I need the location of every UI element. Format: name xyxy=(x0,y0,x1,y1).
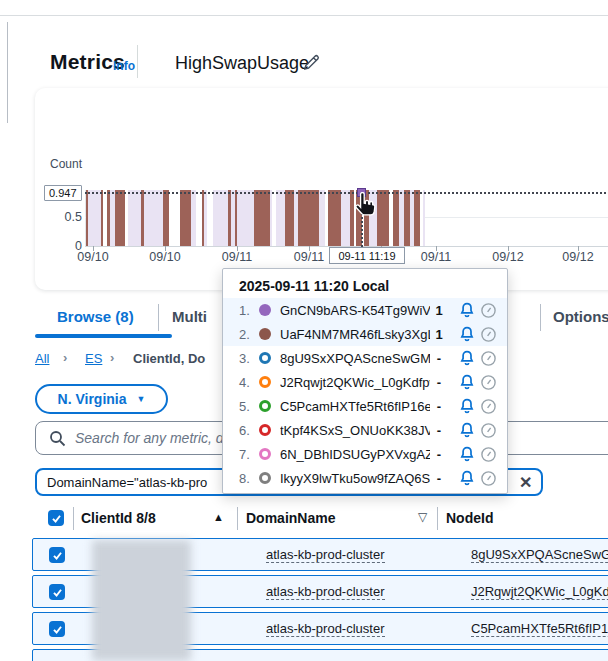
gauge-icon[interactable] xyxy=(480,398,497,415)
series-value: - xyxy=(430,471,448,486)
gauge-icon[interactable] xyxy=(480,302,497,319)
nodeid-cell-link[interactable]: C5PcamHXTfe5Rt6fIP16eA xyxy=(471,621,608,637)
select-all-checkbox[interactable] xyxy=(48,510,64,526)
breadcrumb-all[interactable]: All xyxy=(35,351,49,366)
tooltip-series-row[interactable]: 7.6N_DBhIDSUGyPXVxgAZLvg- xyxy=(223,442,507,466)
tooltip-series-row[interactable]: 1.GnCN9bARS-K54Tg9WiV5-g1 xyxy=(223,298,507,322)
row-checkbox[interactable] xyxy=(49,547,65,563)
chevron-down-icon: ▼ xyxy=(137,394,146,404)
create-alarm-bell-icon[interactable] xyxy=(459,350,475,366)
create-alarm-bell-icon[interactable] xyxy=(459,422,475,438)
series-index: 4. xyxy=(239,375,259,390)
gauge-icon[interactable] xyxy=(480,350,497,367)
tab-multi[interactable]: Multi xyxy=(172,308,207,325)
create-alarm-bell-icon[interactable] xyxy=(459,302,475,318)
x-tick-label: 09/10 xyxy=(71,250,115,264)
tooltip-series-row[interactable]: 2.UaF4NM7MR46fLsky3XgLMw1 xyxy=(223,322,507,346)
region-selector-button[interactable]: N. Virginia ▼ xyxy=(35,384,168,414)
left-panel-edge xyxy=(7,22,8,123)
series-value: - xyxy=(430,423,448,438)
series-name: C5PcamHXTfe5Rt6fIP16eA xyxy=(280,399,430,414)
breadcrumb-es[interactable]: ES xyxy=(85,351,102,366)
create-alarm-bell-icon[interactable] xyxy=(459,446,475,462)
row-checkbox[interactable] xyxy=(49,584,65,600)
nodeid-cell-link[interactable]: J2Rqwjt2QKWic_L0gKdfpw xyxy=(471,584,608,600)
tooltip-series-row[interactable]: 5.C5PcamHXTfe5Rt6fIP16eA- xyxy=(223,394,507,418)
hover-horizontal-guideline xyxy=(85,192,606,194)
column-header-nodeid[interactable]: NodeId xyxy=(446,510,493,526)
header-col-divider xyxy=(237,507,238,530)
x-tick-label: 09/11 xyxy=(414,250,458,264)
domainname-cell-link[interactable]: atlas-kb-prod-cluster xyxy=(266,547,385,563)
filter-token-text: DomainName="atlas-kb-pro xyxy=(47,475,207,490)
sort-descending-icon[interactable]: ▽ xyxy=(418,510,427,524)
x-tick-label: 09/11 xyxy=(287,250,331,264)
region-selector-label: N. Virginia xyxy=(58,391,127,407)
breadcrumb-current: ClientId, Do xyxy=(133,351,205,366)
area-fill xyxy=(423,190,425,246)
domainname-cell-link[interactable]: atlas-kb-prod-cluster xyxy=(266,621,385,637)
tab-options[interactable]: Options xyxy=(553,308,608,325)
create-alarm-bell-icon[interactable] xyxy=(459,326,475,342)
series-value: - xyxy=(430,399,448,414)
edit-pencil-icon[interactable] xyxy=(302,54,320,76)
series-name: 6N_DBhIDSUGyPXVxgAZLvg xyxy=(280,447,430,462)
row-checkbox[interactable] xyxy=(49,621,65,637)
series-name: UaF4NM7MR46fLsky3XgLMw xyxy=(280,327,430,342)
hover-time-label: 09-11 11:19 xyxy=(329,247,405,264)
y-tick-0-5: 0.5 xyxy=(44,210,82,224)
info-link[interactable]: Info xyxy=(113,59,135,73)
x-tick-label: 09/12 xyxy=(486,250,530,264)
tooltip-series-row[interactable]: 6.tKpf4KSxS_ONUoKK38JVng- xyxy=(223,418,507,442)
gauge-icon[interactable] xyxy=(480,446,497,463)
tooltip-series-row[interactable]: 4.J2Rqwjt2QKWic_L0gKdfpw- xyxy=(223,370,507,394)
series-color-dot-icon xyxy=(259,448,271,460)
chart-hover-tooltip: 2025-09-11 11:20 Local 1.GnCN9bARS-K54Tg… xyxy=(222,268,508,494)
column-header-domainname[interactable]: DomainName xyxy=(246,510,335,526)
clientid-redacted-block xyxy=(92,540,191,661)
search-icon xyxy=(49,430,66,451)
series-value: 1 xyxy=(430,303,448,318)
series-name: tKpf4KSxS_ONUoKK38JVng xyxy=(280,423,430,438)
series-color-dot-icon xyxy=(259,304,271,316)
domainname-cell-link[interactable]: atlas-kb-prod-cluster xyxy=(266,584,385,600)
series-color-dot-icon xyxy=(259,376,271,388)
gauge-icon[interactable] xyxy=(480,470,497,487)
series-value: - xyxy=(430,351,448,366)
sort-ascending-icon[interactable]: ▲ xyxy=(213,511,224,523)
series-name: GnCN9bARS-K54Tg9WiV5-g xyxy=(280,303,430,318)
gauge-icon[interactable] xyxy=(480,326,497,343)
gauge-icon[interactable] xyxy=(480,422,497,439)
tab-divider-1 xyxy=(158,304,159,331)
create-alarm-bell-icon[interactable] xyxy=(459,398,475,414)
series-index: 8. xyxy=(239,471,259,486)
x-tick-label: 09/12 xyxy=(556,250,600,264)
gauge-icon[interactable] xyxy=(480,374,497,391)
breadcrumb-chevron-icon: › xyxy=(110,350,114,365)
series-index: 7. xyxy=(239,447,259,462)
hand-cursor xyxy=(352,192,376,223)
header-col-divider xyxy=(437,507,438,530)
series-name: IkyyX9lwTku5ow9fZAQ6Sg xyxy=(280,471,430,486)
series-index: 2. xyxy=(239,327,259,342)
hover-value-box: 0.947 xyxy=(44,185,82,201)
header-divider xyxy=(137,45,138,78)
filter-token-close-icon[interactable]: ✕ xyxy=(519,473,532,492)
tab-browse[interactable]: Browse (8) xyxy=(57,308,134,325)
create-alarm-bell-icon[interactable] xyxy=(459,374,475,390)
series-color-dot-icon xyxy=(259,328,271,340)
top-divider xyxy=(0,15,608,16)
tooltip-series-list: 1.GnCN9bARS-K54Tg9WiV5-g12.UaF4NM7MR46fL… xyxy=(223,298,507,490)
breadcrumb-chevron-icon: › xyxy=(63,350,67,365)
search-placeholder: Search for any metric, d xyxy=(75,430,224,446)
nodeid-cell-link[interactable]: 8gU9SxXPQAScneSwGMEu0g xyxy=(471,547,608,563)
create-alarm-bell-icon[interactable] xyxy=(459,470,475,486)
column-header-clientid[interactable]: ClientId 8/8 xyxy=(81,510,156,526)
series-index: 3. xyxy=(239,351,259,366)
series-index: 6. xyxy=(239,423,259,438)
tooltip-series-row[interactable]: 3.8gU9SxXPQAScneSwGMEu0g- xyxy=(223,346,507,370)
cloudwatch-metrics-page: Metrics Info HighSwapUsage Count 0.947 0… xyxy=(0,0,608,661)
header-col-divider xyxy=(73,507,74,530)
tab-browse-active-underline xyxy=(35,334,172,338)
tooltip-series-row[interactable]: 8.IkyyX9lwTku5ow9fZAQ6Sg- xyxy=(223,466,507,490)
